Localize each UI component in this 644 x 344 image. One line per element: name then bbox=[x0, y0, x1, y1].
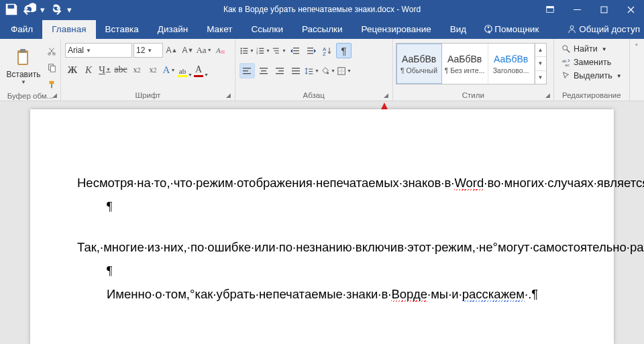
font-color-button[interactable]: A▼ bbox=[194, 62, 209, 77]
svg-rect-26 bbox=[259, 48, 264, 48]
superscript-button[interactable]: x2 bbox=[146, 62, 160, 77]
svg-rect-55 bbox=[309, 71, 313, 72]
close-button[interactable] bbox=[617, 0, 644, 19]
styles-scroll-down[interactable]: ▼ bbox=[535, 57, 546, 70]
qat-customize[interactable]: ▾ bbox=[66, 2, 72, 17]
svg-text:3: 3 bbox=[256, 52, 258, 55]
styles-gallery: АаБбВв ¶ Обычный АаБбВв ¶ Без инте... Аа… bbox=[396, 43, 547, 84]
select-button[interactable]: Выделить▼ bbox=[559, 70, 625, 81]
shading-button[interactable]: ▼ bbox=[321, 64, 335, 78]
show-paragraph-marks-button[interactable]: ¶ bbox=[336, 43, 352, 58]
document-area[interactable]: Несмотря·на·то,·что·режим·отображения·не… bbox=[0, 101, 644, 344]
svg-rect-51 bbox=[292, 68, 300, 68]
styles-more[interactable]: ▼ bbox=[535, 71, 546, 84]
svg-rect-2 bbox=[574, 9, 581, 10]
highlight-color-button[interactable]: ab▼ bbox=[178, 62, 193, 77]
paragraph-launcher[interactable]: ◢ bbox=[382, 91, 391, 100]
tab-home[interactable]: Главная bbox=[42, 20, 95, 39]
svg-rect-28 bbox=[259, 50, 264, 51]
bullets-button[interactable]: ▼ bbox=[239, 44, 254, 58]
style-no-spacing[interactable]: АаБбВв ¶ Без инте... bbox=[442, 44, 488, 84]
shrink-font-button[interactable]: A▼ bbox=[180, 43, 195, 58]
svg-rect-34 bbox=[293, 48, 299, 48]
minimize-button[interactable] bbox=[564, 0, 590, 19]
svg-rect-33 bbox=[275, 52, 278, 53]
svg-rect-50 bbox=[276, 73, 284, 74]
maximize-button[interactable] bbox=[590, 0, 617, 19]
underline-button[interactable]: Ч▼ bbox=[97, 62, 112, 77]
svg-rect-18 bbox=[221, 50, 225, 54]
undo-dropdown[interactable]: ▾ bbox=[39, 2, 46, 17]
format-painter-button[interactable] bbox=[44, 77, 59, 92]
svg-rect-30 bbox=[259, 52, 264, 53]
tab-file[interactable]: Файл bbox=[1, 20, 42, 39]
tell-me-input[interactable]: Помощник bbox=[484, 24, 539, 34]
replace-icon: abac bbox=[561, 58, 571, 67]
svg-rect-10 bbox=[20, 49, 25, 52]
svg-rect-52 bbox=[292, 70, 300, 71]
tab-design[interactable]: Дизайн bbox=[148, 20, 197, 39]
style-normal[interactable]: АаБбВв ¶ Обычный bbox=[396, 44, 442, 84]
align-center-button[interactable] bbox=[256, 64, 271, 78]
line-spacing-button[interactable]: ▼ bbox=[305, 64, 319, 78]
svg-rect-54 bbox=[309, 68, 313, 69]
svg-rect-49 bbox=[278, 70, 284, 71]
document-name: Как в Ворде убрать непечатаемые знаки.do… bbox=[223, 5, 394, 14]
clear-formatting-button[interactable]: A bbox=[213, 43, 227, 58]
align-left-button[interactable] bbox=[239, 63, 255, 78]
group-editing: Найти▼ abac Заменить Выделить▼ Редактиро… bbox=[554, 39, 630, 101]
select-icon bbox=[561, 71, 571, 80]
justify-button[interactable] bbox=[288, 64, 303, 78]
tab-layout[interactable]: Макет bbox=[197, 20, 241, 39]
clipboard-launcher[interactable]: ◢ bbox=[50, 91, 59, 100]
tab-insert[interactable]: Вставка bbox=[96, 20, 148, 39]
styles-scroll-up[interactable]: ▲ bbox=[535, 44, 546, 57]
decrease-indent-button[interactable] bbox=[288, 44, 303, 58]
styles-launcher[interactable]: ◢ bbox=[543, 91, 552, 100]
text-effects-button[interactable]: A▼ bbox=[162, 62, 176, 77]
font-launcher[interactable]: ◢ bbox=[224, 91, 233, 100]
svg-rect-20 bbox=[243, 48, 248, 48]
svg-line-61 bbox=[567, 50, 570, 52]
change-case-button[interactable]: Aa▼ bbox=[197, 43, 211, 58]
svg-rect-31 bbox=[273, 48, 279, 48]
paste-button[interactable]: Вставить ▼ bbox=[3, 41, 44, 92]
replace-button[interactable]: abac Заменить bbox=[559, 57, 625, 68]
group-styles: АаБбВв ¶ Обычный АаБбВв ¶ Без инте... Аа… bbox=[393, 39, 554, 101]
group-font: Arial▼ 12▼ A▲ A▼ Aa▼ A Ж К Ч▼ abc x2 x2 … bbox=[61, 39, 235, 101]
grow-font-button[interactable]: A▲ bbox=[164, 43, 179, 58]
tab-view[interactable]: Вид bbox=[441, 20, 476, 39]
strikethrough-button[interactable]: abc bbox=[113, 62, 128, 77]
font-size-combo[interactable]: 12▼ bbox=[133, 43, 163, 58]
tab-review[interactable]: Рецензирование bbox=[352, 20, 441, 39]
style-heading1[interactable]: АаБбВв Заголово... bbox=[488, 44, 535, 84]
collapse-ribbon-button[interactable]: ˄ bbox=[630, 39, 644, 101]
italic-button[interactable]: К bbox=[81, 62, 96, 77]
find-button[interactable]: Найти▼ bbox=[559, 44, 625, 54]
undo-button[interactable] bbox=[21, 2, 36, 17]
svg-rect-1 bbox=[547, 7, 554, 9]
find-icon bbox=[561, 44, 571, 54]
redo-button[interactable] bbox=[48, 2, 63, 17]
align-right-button[interactable] bbox=[272, 64, 287, 78]
svg-rect-35 bbox=[293, 50, 299, 51]
save-button[interactable] bbox=[4, 2, 19, 17]
bold-button[interactable]: Ж bbox=[65, 62, 80, 77]
ribbon-display-options[interactable] bbox=[537, 0, 564, 19]
borders-button[interactable]: ▼ bbox=[337, 64, 352, 78]
svg-text:Z: Z bbox=[323, 51, 326, 56]
copy-button[interactable] bbox=[44, 60, 59, 75]
multilevel-list-button[interactable]: ▼ bbox=[272, 44, 286, 58]
ribbon: Вставить ▼ Буфер обм... ◢ Arial▼ 12▼ A▲ bbox=[0, 39, 644, 101]
tab-references[interactable]: Ссылки bbox=[241, 20, 292, 39]
paste-icon bbox=[13, 48, 34, 69]
sort-button[interactable]: AZ bbox=[320, 44, 335, 58]
share-button[interactable]: Общий доступ bbox=[567, 24, 640, 34]
tab-mailings[interactable]: Рассылки bbox=[292, 20, 352, 39]
numbering-button[interactable]: 123▼ bbox=[256, 44, 270, 58]
titlebar: ▾ ▾ Как в Ворде убрать непечатаемые знак… bbox=[0, 0, 644, 19]
subscript-button[interactable]: x2 bbox=[129, 62, 144, 77]
font-name-combo[interactable]: Arial▼ bbox=[65, 43, 132, 58]
cut-button[interactable] bbox=[44, 44, 59, 58]
increase-indent-button[interactable] bbox=[304, 44, 319, 58]
